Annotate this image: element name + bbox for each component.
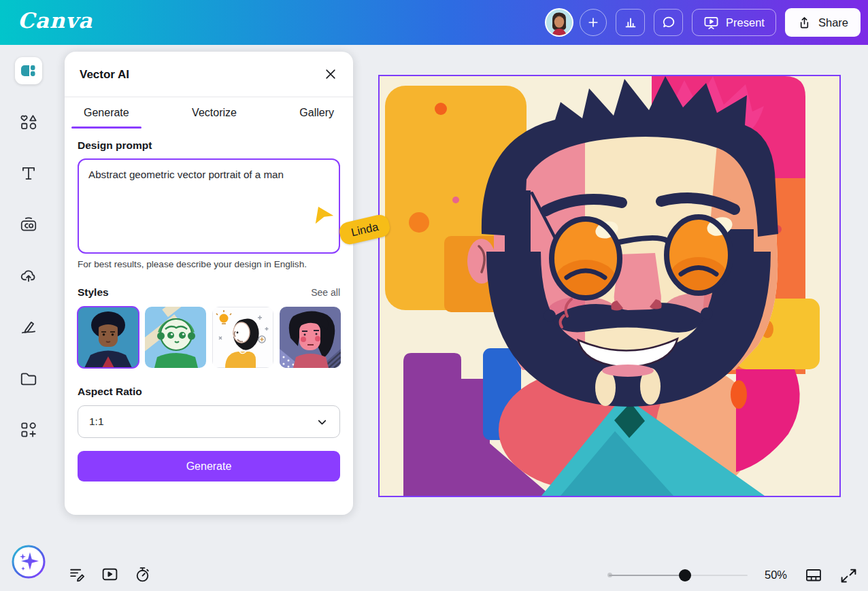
text-icon [19, 164, 38, 183]
artwork-abstract-portrait [380, 76, 839, 496]
tab-generate[interactable]: Generate [69, 97, 144, 129]
plus-icon [586, 15, 601, 30]
design-prompt-input[interactable]: Abstract geometric vector portrait of a … [78, 158, 340, 254]
sidebar-item-brand[interactable] [15, 211, 42, 238]
panel-body: Design prompt Abstract geometric vector … [65, 139, 353, 482]
draw-pencil-icon [19, 317, 38, 336]
generate-button[interactable]: Generate [78, 451, 340, 482]
vector-ai-panel: Vector AI Generate Vectorize Gallery Des… [65, 52, 353, 515]
canva-design-icon [19, 61, 38, 80]
ai-assistant-button[interactable] [12, 545, 46, 579]
panel-tabs: Generate Vectorize Gallery [65, 97, 353, 129]
video-button[interactable] [101, 565, 119, 584]
cursor-arrow-icon [312, 203, 339, 230]
style-4-image [280, 307, 341, 368]
notes-pencil-icon [68, 565, 86, 584]
present-screen-icon [703, 15, 719, 31]
add-member-button[interactable] [580, 9, 607, 36]
slider-fill [609, 575, 685, 577]
panel-title: Vector AI [80, 68, 338, 82]
insights-button[interactable] [616, 9, 645, 36]
chevron-down-icon [316, 416, 329, 428]
slider-thumb[interactable] [679, 569, 691, 581]
present-label: Present [726, 16, 765, 29]
canva-logo[interactable]: Canva [18, 8, 93, 33]
elements-icon [19, 113, 38, 132]
comments-button[interactable] [654, 9, 683, 36]
style-3-image [212, 307, 273, 368]
pages-grid-icon [805, 567, 822, 584]
close-icon [324, 67, 337, 81]
design-prompt-label: Design prompt [78, 139, 340, 152]
sidebar-item-elements[interactable] [15, 109, 42, 136]
expand-icon [840, 567, 857, 584]
avatar-image [546, 10, 572, 35]
top-bar: Canva [0, 0, 868, 45]
prompt-helper-text: For best results, please describe your d… [78, 259, 340, 269]
sidebar-item-apps[interactable] [15, 416, 42, 443]
sidebar-item-draw[interactable] [15, 313, 42, 340]
pages-view-button[interactable] [804, 566, 822, 584]
styles-label: Styles [78, 286, 109, 299]
tab-gallery[interactable]: Gallery [284, 97, 349, 129]
share-label: Share [818, 16, 848, 29]
style-thumbnail-flat-vector[interactable] [280, 307, 341, 368]
brand-icon [19, 215, 38, 234]
folder-icon [19, 369, 38, 388]
design-canvas[interactable] [378, 75, 841, 497]
close-button[interactable] [322, 65, 339, 83]
aspect-ratio-select[interactable]: 1:1 [78, 405, 340, 438]
aspect-ratio-label: Aspect Ratio [78, 386, 340, 398]
bar-chart-icon [623, 15, 638, 30]
bottom-right-toolbar: 50% [609, 566, 858, 584]
top-bar-actions: Present Share [545, 8, 861, 37]
tool-sidebar [0, 45, 59, 591]
tab-vectorize[interactable]: Vectorize [177, 97, 252, 129]
timer-button[interactable] [133, 565, 152, 584]
style-1-image [78, 307, 139, 368]
style-thumbnail-lineart-idea[interactable] [212, 307, 273, 368]
style-thumbnails [78, 307, 340, 368]
collaborator-cursor: Linda [312, 203, 339, 233]
sidebar-item-design[interactable] [15, 57, 42, 84]
avatar[interactable] [545, 8, 573, 37]
style-thumbnail-comic-portrait[interactable] [78, 307, 139, 368]
bottom-left-toolbar [68, 565, 152, 584]
video-play-icon [101, 565, 119, 584]
style-2-image [145, 307, 206, 368]
style-thumbnail-green-anime[interactable] [145, 307, 206, 368]
timer-icon [133, 565, 152, 584]
see-all-link[interactable]: See all [311, 287, 340, 298]
share-upload-icon [797, 16, 812, 30]
panel-header: Vector AI [65, 52, 353, 97]
ai-sparkle-icon [12, 545, 46, 579]
sidebar-item-text[interactable] [15, 160, 42, 187]
sidebar-item-projects[interactable] [15, 365, 42, 392]
comment-bubble-icon [661, 15, 676, 30]
share-button[interactable]: Share [785, 8, 861, 37]
aspect-ratio-value: 1:1 [89, 416, 104, 428]
zoom-percent[interactable]: 50% [765, 569, 787, 581]
apps-icon [19, 420, 38, 439]
magic-write-button[interactable] [68, 565, 86, 584]
zoom-slider[interactable] [609, 567, 748, 584]
sidebar-item-uploads[interactable] [15, 262, 42, 289]
canva-editor: Canva [0, 0, 868, 591]
styles-header: Styles See all [78, 286, 340, 299]
generate-button-label: Generate [186, 460, 232, 473]
cloud-upload-icon [19, 266, 38, 285]
fullscreen-button[interactable] [839, 566, 858, 584]
present-button[interactable]: Present [692, 9, 776, 36]
